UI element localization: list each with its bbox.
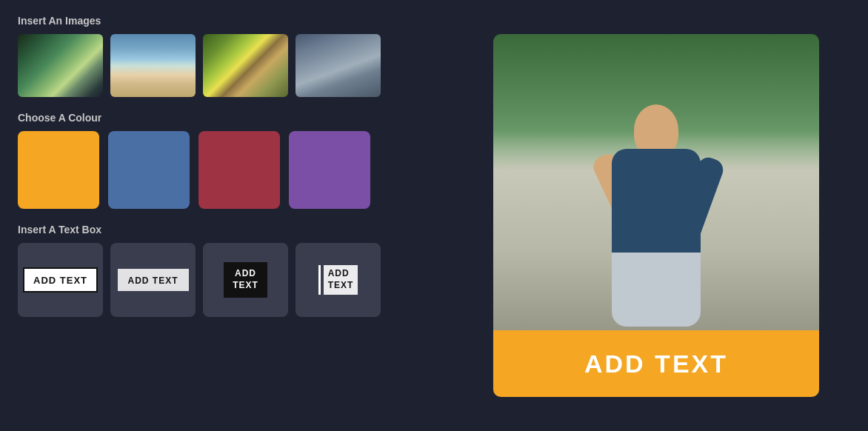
image-thumb-4[interactable] <box>296 34 381 97</box>
textbox-label-2: ADD TEXT <box>128 275 178 286</box>
colour-swatch-orange[interactable] <box>18 131 99 209</box>
canvas-preview[interactable]: ADD TEXT <box>493 34 819 397</box>
insert-images-section: Insert An Images <box>18 15 427 97</box>
insert-textbox-title: Insert A Text Box <box>18 224 427 235</box>
textbox-grid: ADD TEXT ADD TEXT ADDTEXT ADDTEXT <box>18 243 427 317</box>
image-thumb-1[interactable] <box>18 34 103 97</box>
textbox-option-4[interactable]: ADDTEXT <box>296 243 381 317</box>
right-panel: ADD TEXT <box>444 0 868 431</box>
insert-textbox-section: Insert A Text Box ADD TEXT ADD TEXT ADDT… <box>18 224 427 317</box>
image-thumb-3[interactable] <box>203 34 288 97</box>
colour-swatch-purple[interactable] <box>289 131 370 209</box>
textbox-label-1: ADD TEXT <box>33 275 87 286</box>
colour-swatch-red[interactable] <box>198 131 280 209</box>
canvas-overlay-text: ADD TEXT <box>584 350 728 378</box>
textbox-option-3[interactable]: ADDTEXT <box>203 243 288 317</box>
insert-images-title: Insert An Images <box>18 15 427 27</box>
textbox-option-2[interactable]: ADD TEXT <box>110 243 196 317</box>
choose-colour-section: Choose A Colour <box>18 112 427 209</box>
textbox-preview-4: ADDTEXT <box>318 265 358 295</box>
textbox-preview-2: ADD TEXT <box>118 269 189 291</box>
textbox-label-3: ADDTEXT <box>233 268 258 291</box>
textbox-label-4: ADDTEXT <box>324 265 358 294</box>
textbox-preview-3: ADDTEXT <box>224 262 267 297</box>
canvas-figure <box>590 104 723 334</box>
textbox-bar <box>318 265 321 295</box>
textbox-preview-1: ADD TEXT <box>23 267 98 293</box>
textbox-option-1[interactable]: ADD TEXT <box>18 243 103 317</box>
canvas-pants <box>612 253 701 327</box>
colours-grid <box>18 131 427 209</box>
image-thumb-2[interactable] <box>110 34 196 97</box>
colour-swatch-blue[interactable] <box>108 131 190 209</box>
canvas-text-overlay[interactable]: ADD TEXT <box>493 330 819 397</box>
choose-colour-title: Choose A Colour <box>18 112 427 124</box>
images-grid <box>18 34 427 97</box>
left-panel: Insert An Images Choose A Colour Insert … <box>0 0 444 431</box>
